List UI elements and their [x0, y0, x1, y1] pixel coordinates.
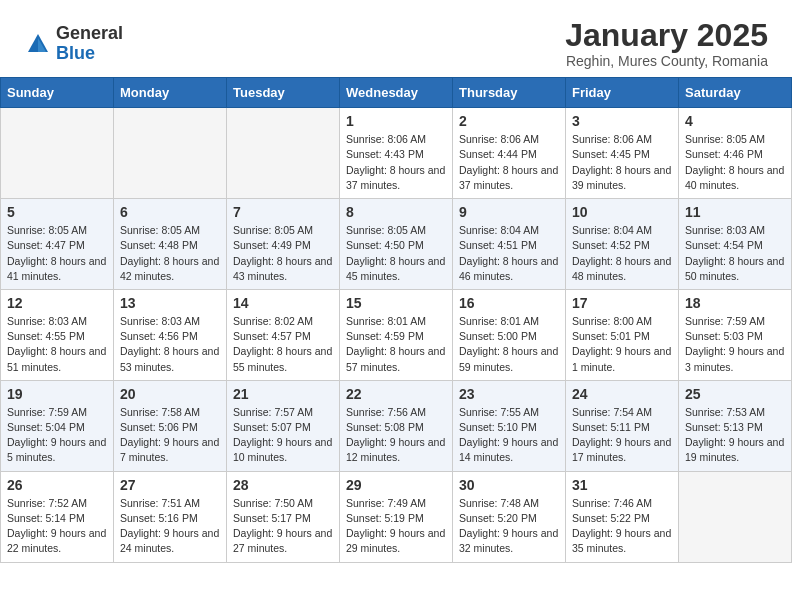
calendar-row-week-5: 26Sunrise: 7:52 AM Sunset: 5:14 PM Dayli…: [1, 471, 792, 562]
table-row: 2Sunrise: 8:06 AM Sunset: 4:44 PM Daylig…: [453, 108, 566, 199]
cell-info: Sunrise: 8:05 AM Sunset: 4:46 PM Dayligh…: [685, 132, 785, 193]
cell-info: Sunrise: 7:55 AM Sunset: 5:10 PM Dayligh…: [459, 405, 559, 466]
cell-date: 1: [346, 113, 446, 129]
cell-info: Sunrise: 8:03 AM Sunset: 4:55 PM Dayligh…: [7, 314, 107, 375]
weekday-header-saturday: Saturday: [679, 78, 792, 108]
calendar-row-week-3: 12Sunrise: 8:03 AM Sunset: 4:55 PM Dayli…: [1, 289, 792, 380]
logo-blue: Blue: [56, 44, 123, 64]
table-row: 15Sunrise: 8:01 AM Sunset: 4:59 PM Dayli…: [340, 289, 453, 380]
table-row: 7Sunrise: 8:05 AM Sunset: 4:49 PM Daylig…: [227, 199, 340, 290]
cell-info: Sunrise: 8:01 AM Sunset: 4:59 PM Dayligh…: [346, 314, 446, 375]
cell-info: Sunrise: 7:58 AM Sunset: 5:06 PM Dayligh…: [120, 405, 220, 466]
table-row: 20Sunrise: 7:58 AM Sunset: 5:06 PM Dayli…: [114, 380, 227, 471]
cell-info: Sunrise: 7:54 AM Sunset: 5:11 PM Dayligh…: [572, 405, 672, 466]
table-row: 4Sunrise: 8:05 AM Sunset: 4:46 PM Daylig…: [679, 108, 792, 199]
cell-info: Sunrise: 7:48 AM Sunset: 5:20 PM Dayligh…: [459, 496, 559, 557]
table-row: 21Sunrise: 7:57 AM Sunset: 5:07 PM Dayli…: [227, 380, 340, 471]
cell-date: 17: [572, 295, 672, 311]
cell-date: 31: [572, 477, 672, 493]
cell-date: 15: [346, 295, 446, 311]
cell-info: Sunrise: 8:05 AM Sunset: 4:47 PM Dayligh…: [7, 223, 107, 284]
table-row: 25Sunrise: 7:53 AM Sunset: 5:13 PM Dayli…: [679, 380, 792, 471]
cell-info: Sunrise: 7:50 AM Sunset: 5:17 PM Dayligh…: [233, 496, 333, 557]
table-row: [114, 108, 227, 199]
logo-text: General Blue: [56, 24, 123, 64]
table-row: 30Sunrise: 7:48 AM Sunset: 5:20 PM Dayli…: [453, 471, 566, 562]
table-row: 9Sunrise: 8:04 AM Sunset: 4:51 PM Daylig…: [453, 199, 566, 290]
table-row: 24Sunrise: 7:54 AM Sunset: 5:11 PM Dayli…: [566, 380, 679, 471]
table-row: 8Sunrise: 8:05 AM Sunset: 4:50 PM Daylig…: [340, 199, 453, 290]
cell-date: 8: [346, 204, 446, 220]
cell-date: 4: [685, 113, 785, 129]
table-row: 18Sunrise: 7:59 AM Sunset: 5:03 PM Dayli…: [679, 289, 792, 380]
cell-date: 13: [120, 295, 220, 311]
cell-info: Sunrise: 8:00 AM Sunset: 5:01 PM Dayligh…: [572, 314, 672, 375]
logo-icon: [24, 30, 52, 58]
cell-date: 11: [685, 204, 785, 220]
table-row: 27Sunrise: 7:51 AM Sunset: 5:16 PM Dayli…: [114, 471, 227, 562]
calendar-row-week-1: 1Sunrise: 8:06 AM Sunset: 4:43 PM Daylig…: [1, 108, 792, 199]
cell-date: 25: [685, 386, 785, 402]
cell-date: 7: [233, 204, 333, 220]
cell-date: 28: [233, 477, 333, 493]
cell-date: 6: [120, 204, 220, 220]
table-row: 13Sunrise: 8:03 AM Sunset: 4:56 PM Dayli…: [114, 289, 227, 380]
cell-date: 21: [233, 386, 333, 402]
cell-info: Sunrise: 8:03 AM Sunset: 4:56 PM Dayligh…: [120, 314, 220, 375]
table-row: 12Sunrise: 8:03 AM Sunset: 4:55 PM Dayli…: [1, 289, 114, 380]
cell-info: Sunrise: 7:57 AM Sunset: 5:07 PM Dayligh…: [233, 405, 333, 466]
table-row: 11Sunrise: 8:03 AM Sunset: 4:54 PM Dayli…: [679, 199, 792, 290]
cell-info: Sunrise: 7:53 AM Sunset: 5:13 PM Dayligh…: [685, 405, 785, 466]
cell-info: Sunrise: 8:06 AM Sunset: 4:45 PM Dayligh…: [572, 132, 672, 193]
cell-info: Sunrise: 8:03 AM Sunset: 4:54 PM Dayligh…: [685, 223, 785, 284]
table-row: 19Sunrise: 7:59 AM Sunset: 5:04 PM Dayli…: [1, 380, 114, 471]
weekday-header-friday: Friday: [566, 78, 679, 108]
cell-date: 14: [233, 295, 333, 311]
table-row: 29Sunrise: 7:49 AM Sunset: 5:19 PM Dayli…: [340, 471, 453, 562]
cell-date: 23: [459, 386, 559, 402]
cell-info: Sunrise: 8:05 AM Sunset: 4:49 PM Dayligh…: [233, 223, 333, 284]
cell-info: Sunrise: 7:56 AM Sunset: 5:08 PM Dayligh…: [346, 405, 446, 466]
weekday-header-monday: Monday: [114, 78, 227, 108]
table-row: [227, 108, 340, 199]
table-row: 16Sunrise: 8:01 AM Sunset: 5:00 PM Dayli…: [453, 289, 566, 380]
cell-info: Sunrise: 8:06 AM Sunset: 4:43 PM Dayligh…: [346, 132, 446, 193]
logo: General Blue: [24, 24, 123, 64]
cell-date: 22: [346, 386, 446, 402]
title-block: January 2025 Reghin, Mures County, Roman…: [565, 18, 768, 69]
table-row: 5Sunrise: 8:05 AM Sunset: 4:47 PM Daylig…: [1, 199, 114, 290]
page: General Blue January 2025 Reghin, Mures …: [0, 0, 792, 563]
cell-date: 2: [459, 113, 559, 129]
cell-info: Sunrise: 8:04 AM Sunset: 4:51 PM Dayligh…: [459, 223, 559, 284]
table-row: 26Sunrise: 7:52 AM Sunset: 5:14 PM Dayli…: [1, 471, 114, 562]
cell-info: Sunrise: 8:05 AM Sunset: 4:50 PM Dayligh…: [346, 223, 446, 284]
table-row: 17Sunrise: 8:00 AM Sunset: 5:01 PM Dayli…: [566, 289, 679, 380]
table-row: 22Sunrise: 7:56 AM Sunset: 5:08 PM Dayli…: [340, 380, 453, 471]
cell-info: Sunrise: 8:06 AM Sunset: 4:44 PM Dayligh…: [459, 132, 559, 193]
weekday-header-tuesday: Tuesday: [227, 78, 340, 108]
cell-date: 12: [7, 295, 107, 311]
cell-info: Sunrise: 7:59 AM Sunset: 5:04 PM Dayligh…: [7, 405, 107, 466]
location: Reghin, Mures County, Romania: [565, 53, 768, 69]
cell-date: 18: [685, 295, 785, 311]
table-row: 1Sunrise: 8:06 AM Sunset: 4:43 PM Daylig…: [340, 108, 453, 199]
cell-info: Sunrise: 7:49 AM Sunset: 5:19 PM Dayligh…: [346, 496, 446, 557]
cell-info: Sunrise: 8:04 AM Sunset: 4:52 PM Dayligh…: [572, 223, 672, 284]
cell-date: 10: [572, 204, 672, 220]
header: General Blue January 2025 Reghin, Mures …: [0, 0, 792, 77]
weekday-header-thursday: Thursday: [453, 78, 566, 108]
cell-date: 16: [459, 295, 559, 311]
cell-date: 30: [459, 477, 559, 493]
weekday-header-wednesday: Wednesday: [340, 78, 453, 108]
cell-date: 29: [346, 477, 446, 493]
logo-general: General: [56, 24, 123, 44]
table-row: 28Sunrise: 7:50 AM Sunset: 5:17 PM Dayli…: [227, 471, 340, 562]
cell-info: Sunrise: 7:46 AM Sunset: 5:22 PM Dayligh…: [572, 496, 672, 557]
cell-date: 26: [7, 477, 107, 493]
cell-date: 9: [459, 204, 559, 220]
cell-date: 5: [7, 204, 107, 220]
cell-info: Sunrise: 8:01 AM Sunset: 5:00 PM Dayligh…: [459, 314, 559, 375]
cell-info: Sunrise: 7:52 AM Sunset: 5:14 PM Dayligh…: [7, 496, 107, 557]
calendar: SundayMondayTuesdayWednesdayThursdayFrid…: [0, 77, 792, 562]
cell-date: 19: [7, 386, 107, 402]
